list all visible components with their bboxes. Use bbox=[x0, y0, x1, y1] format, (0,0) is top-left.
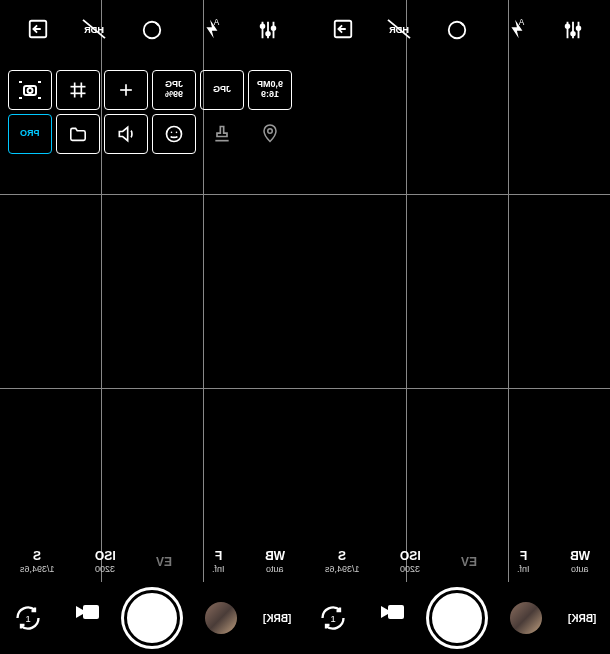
svg-text:1: 1 bbox=[330, 614, 335, 624]
svg-point-35 bbox=[571, 32, 575, 36]
video-mode-icon[interactable] bbox=[68, 602, 100, 634]
stamp-button[interactable] bbox=[200, 114, 244, 154]
pro-mode-button[interactable]: PRO bbox=[8, 114, 52, 154]
label: F bbox=[215, 549, 222, 563]
pro-label: PRO bbox=[20, 129, 40, 139]
value: 1/394,6s bbox=[325, 564, 360, 575]
svg-point-8 bbox=[261, 25, 265, 29]
ev[interactable]: EV bbox=[461, 555, 477, 569]
label: ISO bbox=[95, 549, 116, 563]
svg-point-34 bbox=[566, 25, 570, 29]
top-toolbar: HDR A bbox=[0, 0, 305, 60]
label: S bbox=[338, 549, 346, 563]
switch-camera-icon[interactable]: 1 bbox=[317, 602, 349, 634]
svg-text:A: A bbox=[519, 18, 525, 27]
camera-bracket-button[interactable] bbox=[8, 70, 52, 110]
shutter-button[interactable] bbox=[124, 590, 180, 646]
value: 3200 bbox=[95, 564, 115, 575]
value: Inf. bbox=[517, 564, 530, 575]
label: EV bbox=[156, 555, 172, 569]
white-balance[interactable]: WB auto bbox=[265, 549, 285, 574]
bracket-mode[interactable]: [BRK] bbox=[261, 602, 293, 634]
grid-line bbox=[508, 0, 509, 582]
gallery-thumbnail[interactable] bbox=[510, 602, 542, 634]
value: auto bbox=[266, 564, 284, 575]
ev[interactable]: EV bbox=[156, 555, 172, 569]
grid-line bbox=[406, 0, 407, 582]
focus[interactable]: F Inf. bbox=[517, 549, 530, 574]
gallery-thumbnail[interactable] bbox=[205, 602, 237, 634]
svg-rect-38 bbox=[388, 605, 404, 619]
resolution-button[interactable]: 9,0MP 16:9 bbox=[248, 70, 292, 110]
brk-label: [BRK] bbox=[568, 613, 596, 624]
label: WB bbox=[570, 549, 590, 563]
iso[interactable]: ISO 3200 bbox=[400, 549, 421, 574]
bottom-toolbar: 1 [BRK] bbox=[0, 582, 305, 654]
svg-point-36 bbox=[577, 26, 581, 30]
jpg-quality-button[interactable]: JPG 99% bbox=[152, 70, 196, 110]
white-balance[interactable]: WB auto bbox=[570, 549, 590, 574]
svg-point-10 bbox=[272, 26, 276, 30]
label: ISO bbox=[400, 549, 421, 563]
bottom-toolbar: 1 [BRK] bbox=[305, 582, 610, 654]
svg-point-12 bbox=[28, 88, 33, 93]
location-button[interactable] bbox=[248, 114, 292, 154]
right-camera-panel: HDR A S 1/394,6s ISO 3200 EV F Inf. WB bbox=[305, 0, 610, 654]
exposure-bar: S 1/394,6s ISO 3200 EV F Inf. WB auto bbox=[305, 542, 610, 582]
video-mode-icon[interactable] bbox=[373, 602, 405, 634]
hdr-icon[interactable]: HDR bbox=[388, 18, 412, 42]
value: 1/394,6s bbox=[20, 564, 55, 575]
top-toolbar: HDR A bbox=[305, 0, 610, 60]
shutter-button[interactable] bbox=[429, 590, 485, 646]
hdr-icon[interactable]: HDR bbox=[83, 18, 107, 42]
label: F bbox=[520, 549, 527, 563]
settings-icon[interactable] bbox=[561, 18, 585, 42]
grid-line bbox=[0, 194, 305, 195]
value: 3200 bbox=[400, 564, 420, 575]
label: S bbox=[33, 549, 41, 563]
face-button[interactable] bbox=[152, 114, 196, 154]
flash-icon[interactable]: A bbox=[198, 18, 222, 42]
plus-button[interactable] bbox=[104, 70, 148, 110]
bracket-mode[interactable]: [BRK] bbox=[566, 602, 598, 634]
svg-rect-25 bbox=[83, 605, 99, 619]
svg-text:1: 1 bbox=[25, 614, 30, 624]
settings-icon[interactable] bbox=[256, 18, 280, 42]
value: Inf. bbox=[212, 564, 225, 575]
grid-line bbox=[305, 388, 610, 389]
ratio-label: 16:9 bbox=[261, 90, 279, 100]
svg-point-20 bbox=[171, 132, 173, 134]
label: EV bbox=[461, 555, 477, 569]
svg-text:A: A bbox=[214, 18, 220, 27]
grid-line bbox=[305, 194, 610, 195]
export-icon[interactable] bbox=[330, 18, 354, 42]
svg-point-9 bbox=[266, 32, 270, 36]
jpg-label: JPG bbox=[213, 85, 231, 95]
iso[interactable]: ISO 3200 bbox=[95, 549, 116, 574]
hash-button[interactable] bbox=[56, 70, 100, 110]
export-icon[interactable] bbox=[25, 18, 49, 42]
focus[interactable]: F Inf. bbox=[212, 549, 225, 574]
shutter-speed[interactable]: S 1/394,6s bbox=[325, 549, 360, 574]
exposure-bar: S 1/394,6s ISO 3200 EV F Inf. WB auto bbox=[0, 542, 305, 582]
switch-camera-icon[interactable]: 1 bbox=[12, 602, 44, 634]
timer-icon[interactable] bbox=[445, 18, 469, 42]
brk-label: [BRK] bbox=[263, 613, 291, 624]
svg-point-21 bbox=[176, 132, 178, 134]
sound-button[interactable] bbox=[104, 114, 148, 154]
settings-grid: JPG 99% JPG 9,0MP 16:9 PRO bbox=[8, 70, 292, 154]
grid-line bbox=[0, 388, 305, 389]
left-camera-panel: HDR A JPG 99% JPG 9,0MP 16:9 bbox=[0, 0, 305, 654]
svg-point-19 bbox=[167, 127, 182, 142]
jpg-value: 99% bbox=[165, 90, 183, 100]
value: auto bbox=[571, 564, 589, 575]
flash-icon[interactable]: A bbox=[503, 18, 527, 42]
jpg-format-button[interactable]: JPG bbox=[200, 70, 244, 110]
shutter-speed[interactable]: S 1/394,6s bbox=[20, 549, 55, 574]
label: WB bbox=[265, 549, 285, 563]
folder-button[interactable] bbox=[56, 114, 100, 154]
svg-point-23 bbox=[268, 129, 273, 134]
timer-icon[interactable] bbox=[140, 18, 164, 42]
